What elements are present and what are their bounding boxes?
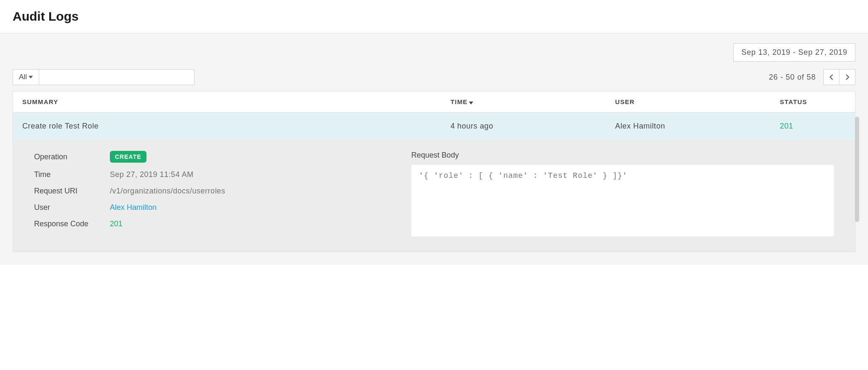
user-label: User	[34, 203, 110, 212]
content-area: Sep 13, 2019 - Sep 27, 2019 All 26 - 50 …	[0, 33, 868, 265]
user-link[interactable]: Alex Hamilton	[110, 203, 157, 212]
sort-desc-icon	[469, 102, 473, 105]
time-label: Time	[34, 170, 110, 179]
page-buttons	[823, 69, 855, 85]
row-detail: Operation CREATE Time Sep 27, 2019 11:54…	[13, 140, 855, 252]
page-title: Audit Logs	[13, 9, 855, 24]
chevron-right-icon	[845, 74, 849, 80]
cell-user: Alex Hamilton	[615, 122, 780, 131]
detail-time: Time Sep 27, 2019 11:54 AM	[34, 170, 386, 179]
pagination: 26 - 50 of 58	[769, 69, 855, 85]
detail-response: Response Code 201	[34, 220, 386, 228]
response-label: Response Code	[34, 220, 110, 228]
filter-row: All 26 - 50 of 58	[13, 69, 855, 85]
next-page-button[interactable]	[839, 69, 855, 85]
request-body-box: '{ 'role' : [ { 'name' : 'Test Role' } ]…	[411, 165, 834, 236]
scrollbar-thumb[interactable]	[855, 117, 859, 222]
chevron-left-icon	[829, 74, 833, 80]
date-range-picker[interactable]: Sep 13, 2019 - Sep 27, 2019	[733, 43, 855, 62]
cell-summary: Create role Test Role	[22, 122, 450, 131]
filter-group: All	[13, 69, 194, 85]
page-info: 26 - 50 of 58	[769, 73, 816, 82]
filter-dropdown[interactable]: All	[13, 69, 39, 85]
uri-label: Request URI	[34, 187, 110, 196]
detail-operation: Operation CREATE	[34, 151, 386, 163]
col-status-header[interactable]: STATUS	[780, 98, 846, 105]
operation-badge: CREATE	[110, 151, 146, 163]
col-time-header[interactable]: TIME	[450, 98, 615, 105]
uri-value: /v1/organizations/docs/userroles	[110, 187, 225, 196]
caret-down-icon	[29, 76, 33, 78]
detail-right: Request Body '{ 'role' : [ { 'name' : 'T…	[411, 151, 834, 236]
detail-user: User Alex Hamilton	[34, 203, 386, 212]
request-body-label: Request Body	[411, 151, 834, 160]
operation-label: Operation	[34, 153, 110, 161]
top-controls: Sep 13, 2019 - Sep 27, 2019	[13, 33, 855, 62]
audit-table: SUMMARY TIME USER STATUS Create role Tes…	[13, 91, 855, 252]
filter-dropdown-label: All	[19, 73, 27, 81]
page-header: Audit Logs	[0, 0, 868, 33]
col-time-label: TIME	[450, 98, 468, 105]
response-value: 201	[110, 220, 122, 228]
time-value: Sep 27, 2019 11:54 AM	[110, 170, 194, 179]
col-user-header[interactable]: USER	[615, 98, 780, 105]
table-header: SUMMARY TIME USER STATUS	[13, 91, 855, 113]
prev-page-button[interactable]	[823, 69, 839, 85]
cell-time: 4 hours ago	[450, 122, 615, 131]
filter-input[interactable]	[39, 69, 194, 85]
cell-status: 201	[780, 122, 846, 131]
detail-uri: Request URI /v1/organizations/docs/userr…	[34, 187, 386, 196]
detail-left: Operation CREATE Time Sep 27, 2019 11:54…	[34, 151, 386, 236]
table-row[interactable]: Create role Test Role 4 hours ago Alex H…	[13, 113, 855, 140]
col-summary-header[interactable]: SUMMARY	[22, 98, 450, 105]
